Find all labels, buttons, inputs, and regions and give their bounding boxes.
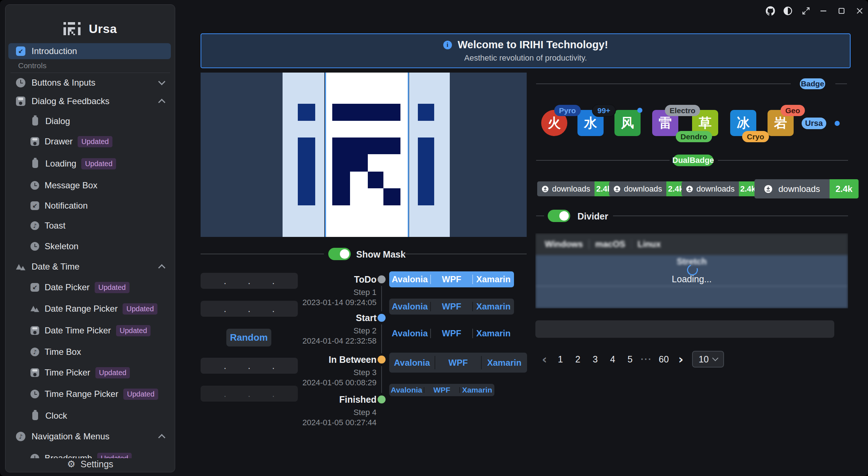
sidebar-item-drawer[interactable]: Drawer Updated [8,134,171,149]
dualbadge-label: DualBadge [673,155,713,166]
fullscreen-icon[interactable] [799,4,813,17]
banner-subtitle: Aesthetic revolution of productivity. [464,53,587,63]
github-icon[interactable] [764,4,777,17]
timeline-connector [381,324,382,353]
pagination-next-button[interactable]: › [675,350,686,368]
sidebar-item-time-box[interactable]: Time Box [8,344,171,360]
wpf-button[interactable]: WPF [431,299,472,315]
tab-windows[interactable]: Windows [539,239,589,249]
count-badge: 99+ [593,105,615,116]
dot-badge [637,108,642,113]
time-box-input[interactable]: ... [201,273,298,289]
empty-progress-bar [535,320,834,338]
sidebar-item-skeleton[interactable]: Skeleton [8,238,171,254]
chevron-up-icon [158,264,165,271]
page-size-value: 10 [699,354,709,365]
pagination-ellipsis: ··· [638,350,654,368]
sidebar-item-buttons-inputs[interactable]: Buttons & Inputs [8,75,171,91]
settings-label: Settings [81,459,113,469]
sidebar-item-notification[interactable]: Notification [8,198,171,214]
downloads-badge: downloads 2.4k [682,181,757,196]
xamarin-button[interactable]: Xamarin [473,299,514,315]
sidebar: Ursa Introduction Controls Buttons & Inp… [5,4,175,472]
floppy-icon [16,97,25,106]
pagination-page-5[interactable]: 5 [624,350,636,368]
pagination-prev-button[interactable]: ‹ [539,350,550,368]
banner-title: Welcome to IRIHI Technology! [458,39,608,51]
chevron-down-icon [712,355,718,361]
chevron-up-icon [158,434,165,441]
step-time: 2024-01-05 00:27:44 [268,418,377,427]
wpf-button[interactable]: WPF [431,325,472,341]
updated-badge: Updated [123,389,158,400]
downloads-badge: downloads 2.4k [609,181,685,196]
page-size-select[interactable]: 10 [692,351,724,368]
sidebar-item-date-picker[interactable]: Date Picker Updated [8,279,171,295]
pyro-badge: Pyro [554,105,581,116]
floppy-icon [30,326,39,335]
pagination-page-3[interactable]: 3 [589,350,601,368]
updated-badge: Updated [116,325,151,336]
step-title: In Between [287,354,377,365]
step-label: Step 2 [268,326,377,336]
divider-line [613,216,848,216]
sidebar-item-date-time-picker[interactable]: Date Time Picker Updated [8,323,171,338]
divider-toggle[interactable] [548,210,570,222]
minimize-button[interactable] [817,4,830,17]
download-icon [613,185,621,193]
xamarin-button[interactable]: Xamarin [460,384,494,396]
xamarin-button[interactable]: Xamarin [473,271,514,287]
floppy-icon [30,137,39,146]
wpf-button[interactable]: WPF [431,271,472,287]
sidebar-item-dialog-feedbacks[interactable]: Dialog & Feedbacks [8,93,171,109]
avalonia-button[interactable]: Avalonia [389,353,435,373]
updated-badge: Updated [78,136,112,147]
sidebar-section-controls: Controls [18,61,46,70]
sidebar-item-time-range-picker[interactable]: Time Range Picker Updated [8,386,171,402]
wpf-button[interactable]: WPF [424,384,459,396]
sidebar-item-date-range-picker[interactable]: Date Range Picker Updated [8,301,171,317]
chevron-up-icon [158,99,165,106]
tile-wind: 风 [614,110,641,136]
avalonia-button[interactable]: Avalonia [389,384,424,396]
theme-toggle-icon[interactable] [781,4,794,17]
xamarin-button[interactable]: Xamarin [482,353,527,373]
pagination-page-2[interactable]: 2 [572,350,584,368]
sidebar-item-date-time[interactable]: Date & Time [8,259,171,275]
step-dot-start [378,314,386,322]
avalonia-button[interactable]: Avalonia [389,271,430,287]
pagination-page-60[interactable]: 60 [656,350,672,368]
sidebar-item-toast[interactable]: Toast [8,218,171,234]
sidebar-item-introduction[interactable]: Introduction [8,43,171,59]
download-icon [686,185,693,193]
close-button[interactable] [853,4,866,17]
maximize-button[interactable] [835,4,848,17]
updated-badge: Updated [81,158,116,169]
avalonia-button[interactable]: Avalonia [389,325,430,341]
sidebar-item-loading[interactable]: Loading Updated [8,156,171,172]
sidebar-item-clock[interactable]: Clock [8,408,171,424]
pagination-page-4[interactable]: 4 [606,350,619,368]
battery-icon [32,117,38,126]
step-title: Start [287,313,377,323]
info-icon: i [443,41,452,49]
xamarin-button[interactable]: Xamarin [473,325,514,341]
wpf-button[interactable]: WPF [435,353,481,373]
sidebar-item-navigation-menus[interactable]: Navigation & Menus [8,428,171,444]
sidebar-item-time-picker[interactable]: Time Picker Updated [8,365,171,381]
music-note-icon [16,432,25,441]
sidebar-item-message-box[interactable]: Message Box [8,177,171,193]
floppy-icon [30,368,39,377]
divider-line [718,160,848,161]
sidebar-item-dialog[interactable]: Dialog [8,113,171,129]
show-mask-toggle[interactable] [328,248,351,260]
tab-linux[interactable]: Linux [632,239,667,249]
random-button[interactable]: Random [226,329,271,346]
settings-button[interactable]: ⚙ Settings [5,456,175,472]
avalonia-button[interactable]: Avalonia [389,299,430,315]
battery-icon [32,411,38,420]
step-dot-todo [378,275,386,283]
downloads-badge: downloads 2.4k [537,181,613,196]
pagination-page-1[interactable]: 1 [554,350,567,368]
tab-macos[interactable]: macOS [589,239,631,249]
